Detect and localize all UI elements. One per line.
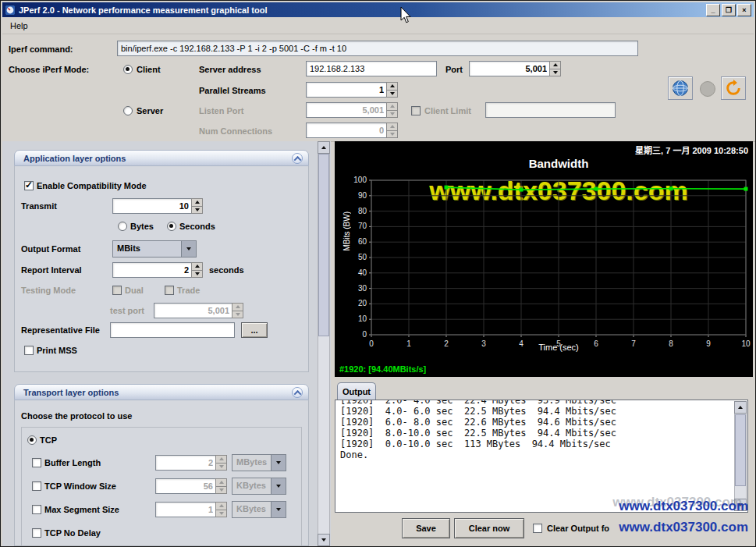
spin-down-icon xyxy=(386,111,398,119)
tab-output[interactable]: Output xyxy=(337,382,376,400)
protocol-group-label: Choose the protocol to use xyxy=(21,411,132,421)
output-textarea[interactable]: [1920] 2.0- 4.0 sec 22.4 MBytes 93.9 Mbi… xyxy=(335,400,748,513)
collapse-chevron-icon[interactable] xyxy=(292,387,303,398)
max-segment-label: Max Segment Size xyxy=(44,505,119,514)
port-input[interactable] xyxy=(469,61,549,76)
refresh-icon xyxy=(725,80,742,97)
max-segment-unit-combo: KBytes xyxy=(232,501,286,518)
dual-checkbox xyxy=(112,286,122,295)
server-radio[interactable] xyxy=(123,106,133,115)
chevron-down-icon xyxy=(271,455,286,471)
spin-down-icon[interactable] xyxy=(191,271,203,279)
scroll-up-button[interactable] xyxy=(318,141,330,154)
spin-up-icon xyxy=(232,303,243,311)
scroll-down-button[interactable] xyxy=(318,534,330,546)
max-segment-input xyxy=(155,502,215,517)
spin-down-icon xyxy=(215,510,227,518)
iperf-command-input[interactable] xyxy=(117,41,638,56)
menu-help[interactable]: Help xyxy=(10,21,28,30)
chart-title: Bandwidth xyxy=(371,157,746,170)
transport-layer-title: Transport layer options xyxy=(23,388,119,397)
spin-up-icon[interactable] xyxy=(191,262,203,271)
spin-down-icon[interactable] xyxy=(549,69,561,77)
output-line: [1920] 0.0-10.0 sec 113 MBytes 94.4 Mbit… xyxy=(340,439,732,449)
svg-text:100: 100 xyxy=(353,176,367,184)
seconds-radio[interactable] xyxy=(167,222,176,231)
window-title: JPerf 2.0 - Network performance measurem… xyxy=(19,5,705,15)
svg-text:70: 70 xyxy=(358,222,367,230)
num-connections-label: Num Connections xyxy=(199,126,272,136)
client-limit-checkbox xyxy=(411,106,421,115)
spin-up-icon xyxy=(215,502,227,510)
transmit-spinner[interactable] xyxy=(112,198,203,214)
spin-up-icon[interactable] xyxy=(191,198,203,207)
server-address-label: Server address xyxy=(199,65,261,74)
scrollbar-thumb[interactable] xyxy=(318,154,329,336)
run-iperf-button[interactable] xyxy=(668,76,693,100)
tcp-window-spinner xyxy=(155,478,227,494)
restore-defaults-button[interactable] xyxy=(721,76,746,100)
transport-layer-body: Choose the protocol to use TCP Buffer Le… xyxy=(14,400,309,546)
globe-icon xyxy=(672,80,689,97)
port-spinner[interactable] xyxy=(469,61,561,76)
spin-down-icon[interactable] xyxy=(191,207,203,215)
print-mss-checkbox[interactable] xyxy=(24,346,34,355)
enable-compatibility-label: Enable Compatibility Mode xyxy=(37,181,147,190)
tcp-window-input xyxy=(155,478,215,494)
parallel-streams-input[interactable] xyxy=(306,82,386,98)
save-button[interactable]: Save xyxy=(402,518,450,538)
parallel-streams-spinner[interactable] xyxy=(306,82,398,98)
svg-text:90: 90 xyxy=(358,191,367,200)
minimize-button[interactable]: _ xyxy=(706,4,720,16)
dual-label: Dual xyxy=(125,286,144,295)
bytes-radio-label: Bytes xyxy=(130,222,154,231)
tcp-radio[interactable] xyxy=(27,435,37,445)
svg-text:30: 30 xyxy=(358,284,367,293)
tcp-no-delay-checkbox[interactable] xyxy=(32,528,41,538)
transmit-input[interactable] xyxy=(112,198,191,214)
seconds-suffix-label: seconds xyxy=(209,265,244,275)
collapse-chevron-icon[interactable] xyxy=(292,153,303,164)
title-bar[interactable]: JPerf 2.0 - Network performance measurem… xyxy=(2,2,754,17)
server-address-input[interactable] xyxy=(306,61,437,76)
output-line: [1920] 4.0- 6.0 sec 22.5 MBytes 94.4 Mbi… xyxy=(340,406,732,417)
scroll-up-button[interactable] xyxy=(734,401,747,414)
watermark-text: www.dtx037300.com xyxy=(500,520,748,535)
client-radio-label: Client xyxy=(137,65,161,74)
server-radio-label: Server xyxy=(137,106,163,115)
output-format-combo[interactable]: MBits xyxy=(112,240,197,258)
test-port-input xyxy=(154,303,232,318)
spin-up-icon xyxy=(215,478,227,487)
representative-file-input[interactable] xyxy=(110,322,235,338)
spin-down-icon xyxy=(215,487,227,495)
report-interval-input[interactable] xyxy=(112,262,191,278)
representative-file-label: Representative File xyxy=(21,325,100,335)
bytes-radio[interactable] xyxy=(118,222,127,231)
application-layer-header[interactable]: Application layer options xyxy=(14,150,309,166)
top-config-panel: Iperf command: Choose iPerf Mode: Client… xyxy=(2,34,755,142)
spin-up-icon[interactable] xyxy=(386,82,398,91)
report-interval-spinner[interactable] xyxy=(112,262,203,278)
buffer-length-checkbox[interactable] xyxy=(32,458,41,467)
maximize-button[interactable]: ❐ xyxy=(722,4,736,16)
scrollbar-thumb[interactable] xyxy=(735,414,746,486)
output-line: [1920] 8.0-10.0 sec 22.5 MBytes 94.4 Mbi… xyxy=(340,428,732,439)
spin-down-icon[interactable] xyxy=(386,91,398,98)
transport-layer-header[interactable]: Transport layer options xyxy=(14,384,309,400)
enable-compatibility-checkbox[interactable] xyxy=(24,181,34,190)
max-segment-checkbox[interactable] xyxy=(32,505,41,514)
svg-text:20: 20 xyxy=(358,299,367,307)
tcp-window-unit-value: KBytes xyxy=(232,478,271,494)
close-button[interactable]: × xyxy=(737,4,751,16)
jperf-window: JPerf 2.0 - Network performance measurem… xyxy=(0,0,756,547)
listen-port-label: Listen Port xyxy=(199,106,243,115)
chevron-down-icon[interactable] xyxy=(181,241,196,257)
client-radio[interactable] xyxy=(123,65,133,74)
iperf-command-label: Iperf command: xyxy=(9,44,73,54)
chevron-down-icon xyxy=(271,502,286,517)
tcp-window-checkbox[interactable] xyxy=(32,481,41,491)
output-line: Done. xyxy=(340,449,732,460)
spin-up-icon[interactable] xyxy=(549,61,561,69)
browse-button[interactable]: ... xyxy=(241,322,268,338)
chart-timestamp: 星期三, 7 一月 2009 10:28:50 xyxy=(635,144,748,156)
